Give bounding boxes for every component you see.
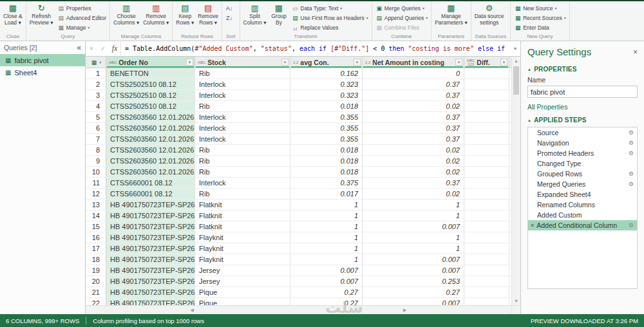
- ribbon-button-enter-data[interactable]: ▦Enter Data: [512, 23, 568, 32]
- manage-parameters-icon: ▦: [447, 3, 455, 13]
- grid-corner-cell[interactable]: ▦▾: [86, 57, 106, 68]
- filter-icon[interactable]: ▾: [186, 59, 193, 66]
- table-row: 11CTSS660001 08.12Interlock0.3750.37: [86, 178, 511, 189]
- ribbon-button-properties[interactable]: ▤Properties: [55, 3, 108, 13]
- filter-icon[interactable]: ▾: [455, 59, 462, 66]
- applied-step-expanded-sheet4[interactable]: Expanded Sheet4: [528, 189, 637, 200]
- gear-icon[interactable]: ⚙: [629, 140, 634, 146]
- ribbon-button-replace-values[interactable]: ₁₂Replace Values: [290, 23, 370, 32]
- applied-step-navigation[interactable]: Navigation⚙: [528, 138, 637, 148]
- filter-icon[interactable]: ▾: [281, 59, 289, 66]
- applied-step-source[interactable]: Source⚙: [528, 127, 637, 138]
- ribbon-button-use-first-row-as-headers[interactable]: ▤Use First Row as Headers▾: [290, 13, 370, 23]
- column-header-avg-con[interactable]: 1.2avg Con.▾: [290, 57, 363, 68]
- table-row: 15HB 4901750723TEP-SP26 01.10Flatknit10.…: [86, 221, 511, 232]
- ribbon-button-refresh-preview[interactable]: ↻RefreshPreview ▾: [28, 3, 55, 26]
- query-item-fabric-pivot[interactable]: ▦fabric pivot: [0, 54, 85, 66]
- status-divider: [86, 317, 86, 324]
- gear-icon[interactable]: ⚙: [629, 171, 634, 177]
- formula-accept-icon[interactable]: ✓: [97, 45, 109, 52]
- ribbon-button-data-source-settings[interactable]: ⚙Data sourcesettings: [473, 3, 506, 26]
- ribbon-group-sort: A↓Z↓Sort: [222, 1, 240, 41]
- ribbon-button-new-source[interactable]: ▦New Source▾: [512, 3, 568, 13]
- table-row: 17HB 4901750723TEP-SP26 01.10Flayknit11: [86, 243, 511, 254]
- column-header-diff[interactable]: ABC 123Diff.▾: [464, 57, 509, 68]
- horizontal-scrollbar[interactable]: ◀ ▶: [86, 306, 511, 314]
- properties-heading[interactable]: ▲ PROPERTIES: [527, 66, 638, 73]
- query-settings-title: Query Settings: [527, 46, 591, 57]
- ribbon-button-advanced-editor[interactable]: ▤Advanced Editor: [55, 13, 108, 23]
- cell-avg_con: 0.007: [290, 276, 363, 286]
- collapse-pane-icon[interactable]: «: [77, 43, 81, 52]
- vertical-scroll-track[interactable]: [512, 65, 520, 297]
- cell-net_amount: 0.007: [363, 265, 464, 276]
- applied-step-added-conditional-column[interactable]: ×Added Conditional Column⚙: [528, 220, 637, 230]
- ribbon-group-label: Query: [28, 33, 108, 41]
- scroll-down-icon[interactable]: ▼: [512, 297, 520, 305]
- ribbon-button-remove-rows[interactable]: ▤RemoveRows ▾: [196, 3, 220, 26]
- row-number: 18: [86, 254, 106, 265]
- sort-ascending-button[interactable]: A↓: [223, 3, 235, 13]
- table-icon: ▦: [91, 59, 97, 66]
- recent-sources-icon: ▦: [514, 15, 522, 21]
- column-name: Diff.: [477, 59, 498, 66]
- applied-step-renamed-columns[interactable]: Renamed Columns: [528, 200, 637, 210]
- ribbon-button-keep-rows[interactable]: ▤KeepRows ▾: [174, 3, 196, 26]
- ribbon-button-close-load[interactable]: ▦Close &Load ▾: [1, 3, 24, 26]
- cell-net_amount: 1: [363, 200, 464, 210]
- column-header-stock[interactable]: ABCStock▾: [195, 57, 290, 68]
- ribbon-button-merge-queries[interactable]: ▣Merge Queries▾: [374, 3, 430, 13]
- vertical-scrollbar[interactable]: ▲ ▼: [511, 57, 520, 305]
- filter-icon[interactable]: ▾: [500, 59, 507, 66]
- applied-steps-heading[interactable]: ▲ APPLIED STEPS: [527, 117, 638, 124]
- vertical-scroll-thumb[interactable]: [513, 66, 519, 95]
- applied-step-grouped-rows[interactable]: Grouped Rows⚙: [528, 169, 637, 179]
- cell-order_no: CTSS2603560 12.01.2026: [106, 167, 195, 177]
- filter-icon[interactable]: ▾: [354, 59, 361, 66]
- ribbon-button-data-type-text[interactable]: ▭Data Type: Text▾: [290, 3, 370, 13]
- cell-diff: [464, 287, 509, 297]
- ribbon-button-group-by[interactable]: ▦GroupBy: [269, 3, 290, 26]
- row-number: 7: [86, 134, 106, 144]
- applied-step-changed-type[interactable]: Changed Type: [528, 158, 637, 169]
- ribbon-button-append-queries[interactable]: ▤Append Queries▾: [374, 13, 430, 23]
- ribbon-button-remove-columns[interactable]: ▥RemoveColumns ▾: [141, 3, 171, 26]
- ribbon-button-manage[interactable]: ▦Manage▾: [55, 23, 108, 32]
- ribbon-button-choose-columns[interactable]: ▥ChooseColumns ▾: [111, 3, 141, 26]
- ribbon-button-combine-files[interactable]: ▦Combine Files: [374, 23, 430, 32]
- close-panel-icon[interactable]: ×: [633, 48, 638, 57]
- query-name-input[interactable]: [527, 86, 638, 98]
- gear-icon[interactable]: ⚙: [629, 222, 634, 229]
- applied-step-merged-queries[interactable]: Merged Queries⚙: [528, 179, 637, 189]
- formula-input[interactable]: = Table.AddColumn(#"Added Custom", "stat…: [120, 42, 510, 56]
- gear-icon[interactable]: ⚙: [629, 129, 634, 136]
- scroll-left-icon[interactable]: ◀: [86, 306, 299, 314]
- gear-icon[interactable]: ⚙: [629, 181, 634, 187]
- cell-stock: Flayknit: [195, 254, 290, 265]
- ribbon-button-split-column[interactable]: ▥SplitColumn ▾: [242, 3, 269, 26]
- column-header-net-amount-in-costing[interactable]: 1.2Net Amount in costing▾: [363, 57, 464, 68]
- ribbon-group-label: Close: [1, 33, 24, 41]
- cell-stock: Flayknit: [195, 243, 290, 254]
- ribbon-button-recent-sources[interactable]: ▦Recent Sources▾: [512, 13, 568, 23]
- ribbon-group-label: Sort: [223, 33, 238, 41]
- applied-step-added-custom[interactable]: Added Custom: [528, 210, 637, 220]
- row-number: 8: [86, 145, 106, 155]
- applied-step-promoted-headers[interactable]: Promoted Headers⚙: [528, 148, 637, 158]
- ribbon-button-manage-parameters[interactable]: ▦ManageParameters ▾: [433, 3, 469, 26]
- cell-stock: Interlock: [195, 79, 290, 89]
- ribbon-group-data-sources: ⚙Data sourcesettingsData Sources: [471, 1, 511, 41]
- scroll-up-icon[interactable]: ▲: [512, 57, 520, 65]
- column-type-icon: ABC: [109, 61, 117, 64]
- formula-expand-icon[interactable]: ▾: [510, 46, 520, 51]
- query-item-sheet4[interactable]: ▦Sheet4: [0, 66, 85, 79]
- cell-avg_con: 1: [290, 200, 363, 210]
- delete-step-icon[interactable]: ×: [531, 222, 534, 229]
- all-properties-link[interactable]: All Properties: [527, 103, 638, 111]
- cell-avg_con: 0.27: [290, 287, 363, 297]
- formula-cancel-icon[interactable]: ×: [86, 45, 97, 52]
- column-header-order-no[interactable]: ABCOrder No▾: [106, 57, 195, 68]
- sort-descending-button[interactable]: Z↓: [223, 13, 235, 23]
- scroll-right-icon[interactable]: ▶: [299, 306, 512, 314]
- gear-icon[interactable]: ⚙: [629, 150, 634, 156]
